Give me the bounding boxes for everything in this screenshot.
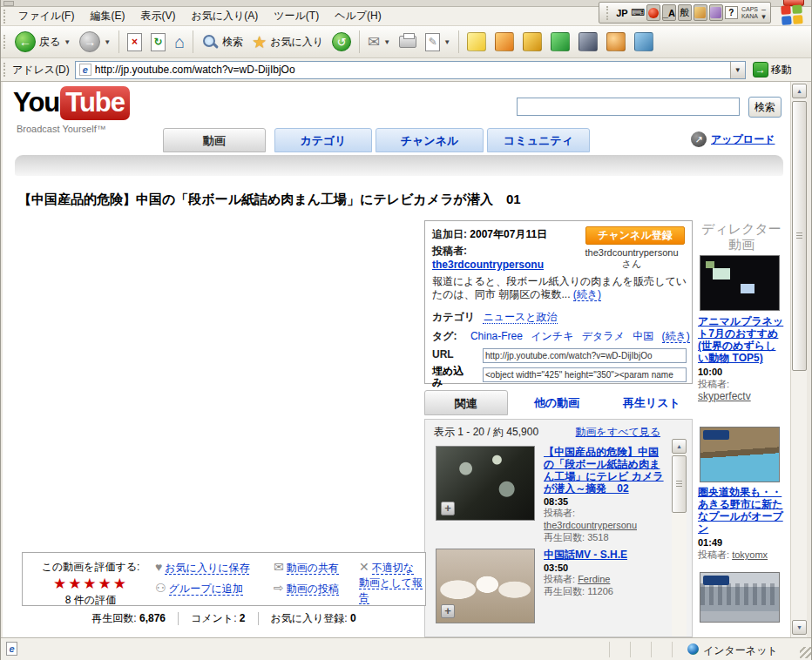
- ime-halfwidth-button[interactable]: _A: [662, 4, 676, 21]
- video-stats-row: 再生回数: 6,876 コメント: 2 お気に入り登録: 0: [22, 611, 426, 626]
- menu-edit[interactable]: 編集(E): [82, 7, 132, 25]
- scrollbar-thumb[interactable]: [672, 455, 687, 513]
- toolbar-grip[interactable]: [3, 35, 8, 49]
- see-all-videos-link[interactable]: 動画をすべて見る: [576, 425, 660, 440]
- address-input[interactable]: [95, 64, 730, 76]
- post-video-link[interactable]: 動画の投稿: [287, 583, 339, 596]
- edit-button[interactable]: ✎ ▼: [421, 28, 455, 56]
- menu-tools[interactable]: ツール(T): [266, 7, 327, 25]
- search-button[interactable]: 検索: [197, 28, 247, 56]
- tab-videos[interactable]: 動画: [163, 128, 266, 152]
- tab-other-videos[interactable]: 他の動画: [534, 395, 579, 411]
- home-button[interactable]: ⌂: [170, 28, 189, 56]
- menu-favorites[interactable]: お気に入り(A): [183, 7, 266, 25]
- stop-icon: ×: [127, 33, 142, 51]
- related-title-link[interactable]: 中国話MV - S.H.E: [544, 549, 627, 561]
- scroll-up-button[interactable]: ▲: [672, 439, 687, 454]
- site-search-input[interactable]: [517, 98, 740, 116]
- tab-playlists[interactable]: 再生リスト: [623, 395, 680, 411]
- subscribe-button[interactable]: チャンネル登録: [585, 226, 685, 245]
- menu-help[interactable]: ヘルプ(H): [327, 7, 389, 25]
- scroll-up-button[interactable]: ▲: [792, 84, 807, 98]
- description-more-link[interactable]: (続き): [573, 288, 601, 301]
- ime-help-button[interactable]: ?: [725, 6, 738, 19]
- favorites-button[interactable]: ★ お気に入り: [247, 28, 328, 56]
- messenger-button[interactable]: [546, 28, 574, 56]
- forward-icon: →: [79, 31, 100, 52]
- addons-button[interactable]: [518, 28, 546, 56]
- tag-link[interactable]: デタラメ: [582, 330, 625, 342]
- menu-view[interactable]: 表示(V): [132, 7, 183, 25]
- tags-more-link[interactable]: (続き): [662, 330, 690, 343]
- related-poster-link[interactable]: the3rdcountrypersonu: [544, 520, 637, 530]
- expand-thumbnail-button[interactable]: +: [441, 604, 455, 618]
- ime-tools-icon[interactable]: [709, 4, 723, 21]
- go-button[interactable]: → 移動: [753, 62, 792, 77]
- related-poster-link[interactable]: Ferdine: [578, 574, 610, 584]
- ime-input-mode-icon[interactable]: [646, 4, 660, 21]
- sidebar-poster-link[interactable]: skyperfectv: [698, 390, 751, 402]
- views-value: 6,876: [139, 612, 166, 624]
- share-video-link[interactable]: 動画の共有: [287, 562, 339, 575]
- youtube-logo[interactable]: YouTube: [13, 87, 130, 118]
- tag-link[interactable]: 中国: [633, 330, 653, 342]
- print-button[interactable]: [395, 28, 421, 56]
- address-dropdown-icon[interactable]: ▼: [730, 62, 745, 78]
- back-button[interactable]: ← 戻る ▼: [10, 28, 75, 56]
- stop-button[interactable]: ×: [123, 28, 146, 56]
- save-favorite-link[interactable]: お気に入りに保存: [165, 562, 249, 575]
- ime-conversion-button[interactable]: 般: [678, 4, 692, 21]
- ime-lang-button[interactable]: JP: [615, 4, 629, 21]
- related-thumbnail[interactable]: +: [436, 549, 535, 623]
- scrollbar-thumb[interactable]: [792, 101, 807, 371]
- ime-minimize-control[interactable]: –▾: [761, 6, 766, 20]
- edit-dropdown-icon[interactable]: ▼: [443, 38, 450, 46]
- standard-toolbar: ← 戻る ▼ → ▼ × ↻ ⌂ 検索 ★ お気に入り ↺: [1, 26, 812, 58]
- category-link[interactable]: ニュースと政治: [483, 311, 557, 324]
- windows-logo-throbber: [781, 4, 805, 27]
- tag-link[interactable]: China-Free: [470, 330, 523, 342]
- sidebar-thumbnail[interactable]: [700, 427, 780, 482]
- tab-channels[interactable]: チャンネル: [376, 128, 484, 152]
- tag-link[interactable]: インチキ: [531, 330, 573, 342]
- related-title-link[interactable]: 【中国産品的危険】中国の「段ボール紙詰め肉まん工場」にテレビ カメラが潜入～摘発…: [544, 446, 664, 495]
- forward-button[interactable]: → ▼: [75, 28, 115, 56]
- keyboard-icon[interactable]: ⌨: [631, 4, 645, 21]
- journal-button[interactable]: [491, 28, 518, 56]
- contacts-button[interactable]: [630, 28, 658, 56]
- embed-input[interactable]: [483, 367, 687, 382]
- sidebar-title-link[interactable]: 圏央道効果も・・あきる野市に新たなプールがオープン: [698, 486, 783, 535]
- url-input[interactable]: [483, 348, 687, 363]
- menubar-grip[interactable]: [3, 10, 8, 24]
- menu-file[interactable]: ファイル(F): [10, 7, 82, 25]
- tab-community[interactable]: コミュニティ: [487, 128, 590, 152]
- related-thumbnail[interactable]: +: [436, 446, 535, 521]
- ime-grip[interactable]: [606, 6, 611, 20]
- resize-grip[interactable]: [800, 647, 811, 658]
- added-date: 2007年07月11日: [470, 228, 547, 240]
- refresh-button[interactable]: ↻: [146, 28, 170, 56]
- site-search-button[interactable]: 検索: [748, 97, 782, 118]
- history-button[interactable]: ↺: [328, 28, 355, 56]
- globe-tool-button[interactable]: [602, 28, 630, 56]
- back-dropdown-icon[interactable]: ▼: [64, 38, 71, 46]
- mail-button[interactable]: ✉ ▼: [363, 28, 395, 56]
- add-to-group-link[interactable]: グループに追加: [169, 583, 243, 596]
- notes-button[interactable]: [463, 28, 491, 56]
- sidebar-poster-link[interactable]: tokyomx: [732, 549, 768, 560]
- poster-link[interactable]: the3rdcountrypersonu: [432, 259, 544, 271]
- addressbar-grip[interactable]: [3, 63, 8, 77]
- sidebar-thumbnail[interactable]: [700, 572, 780, 623]
- sidebar-title-link[interactable]: アニマルプラネット7月のおすすめ(世界のめずらしい動物 TOP5): [698, 315, 783, 364]
- scroll-down-button[interactable]: ▼: [792, 620, 807, 635]
- tab-related[interactable]: 関連: [424, 390, 508, 415]
- forward-dropdown-icon[interactable]: ▼: [104, 38, 111, 46]
- expand-thumbnail-button[interactable]: +: [441, 502, 455, 515]
- tab-categories[interactable]: カテゴリ: [274, 128, 372, 152]
- research-button[interactable]: [574, 28, 602, 56]
- upload-link[interactable]: ↗ アップロード: [691, 131, 775, 147]
- ime-palette-icon[interactable]: [694, 4, 707, 21]
- star-rating[interactable]: ★★★★★: [30, 575, 152, 593]
- sidebar-thumbnail[interactable]: [700, 255, 780, 311]
- mail-dropdown-icon[interactable]: ▼: [383, 38, 390, 46]
